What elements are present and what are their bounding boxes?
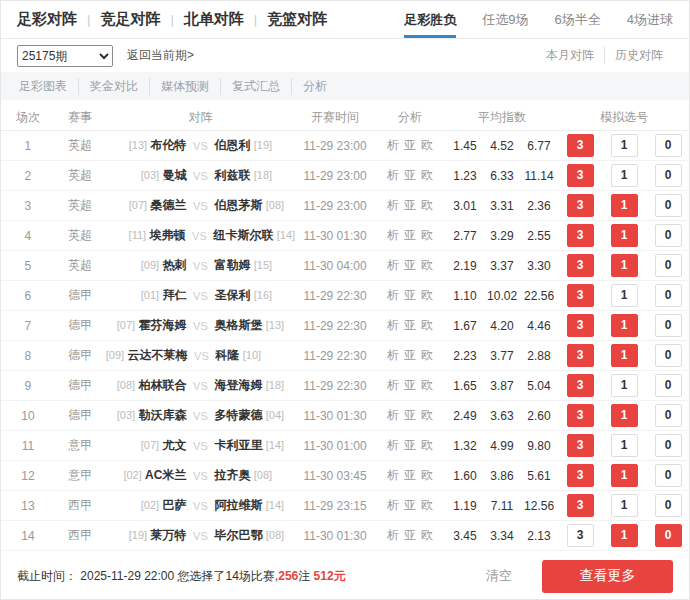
analysis-link[interactable]: 析 [387,407,399,424]
pick-button-3[interactable]: 3 [567,164,594,187]
euro-odds-link[interactable]: 欧 [421,287,433,304]
league-name[interactable]: 德甲 [55,287,106,304]
league-name[interactable]: 德甲 [55,317,106,334]
asia-odds-link[interactable]: 亚 [404,197,416,214]
subtab-media-forecast[interactable]: 媒体预测 [149,78,220,95]
euro-odds-link[interactable]: 欧 [421,527,433,544]
euro-odds-link[interactable]: 欧 [421,467,433,484]
subtab-multi-summary[interactable]: 复式汇总 [220,78,291,95]
asia-odds-link[interactable]: 亚 [404,257,416,274]
pick-button-1[interactable]: 1 [611,134,638,157]
pick-button-1[interactable]: 1 [611,374,638,397]
analysis-link[interactable]: 析 [387,437,399,454]
analysis-link[interactable]: 析 [387,287,399,304]
asia-odds-link[interactable]: 亚 [404,317,416,334]
pick-button-0[interactable]: 0 [655,494,682,517]
analysis-link[interactable]: 析 [387,227,399,244]
pick-button-1[interactable]: 1 [611,254,638,277]
nav-item-jinglan[interactable]: 竞篮对阵 [267,10,327,29]
pick-button-0[interactable]: 0 [655,284,682,307]
pick-button-1[interactable]: 1 [611,284,638,307]
pick-button-0[interactable]: 0 [655,314,682,337]
league-name[interactable]: 西甲 [55,497,106,514]
analysis-link[interactable]: 析 [387,467,399,484]
pick-button-1[interactable]: 1 [611,194,638,217]
euro-odds-link[interactable]: 欧 [421,197,433,214]
nav-item-jingzu[interactable]: 竞足对阵 [100,10,160,29]
pick-button-3[interactable]: 3 [567,434,594,457]
subtab-bonus-compare[interactable]: 奖金对比 [78,78,149,95]
analysis-link[interactable]: 析 [387,167,399,184]
asia-odds-link[interactable]: 亚 [404,227,416,244]
pick-button-3[interactable]: 3 [567,194,594,217]
analysis-link[interactable]: 析 [387,377,399,394]
euro-odds-link[interactable]: 欧 [421,497,433,514]
analysis-link[interactable]: 析 [387,137,399,154]
league-name[interactable]: 意甲 [55,467,106,484]
analysis-link[interactable]: 析 [387,347,399,364]
pick-button-0[interactable]: 0 [655,164,682,187]
month-matches-link[interactable]: 本月对阵 [536,47,604,64]
pick-button-3[interactable]: 3 [567,224,594,247]
pick-button-3[interactable]: 3 [567,524,594,547]
pick-button-1[interactable]: 1 [611,344,638,367]
euro-odds-link[interactable]: 欧 [421,227,433,244]
euro-odds-link[interactable]: 欧 [421,347,433,364]
pick-button-3[interactable]: 3 [567,404,594,427]
pick-button-1[interactable]: 1 [611,314,638,337]
euro-odds-link[interactable]: 欧 [421,317,433,334]
league-name[interactable]: 意甲 [55,437,106,454]
pick-button-3[interactable]: 3 [567,254,594,277]
back-to-current-link[interactable]: 返回当前期> [127,47,194,64]
pick-button-0[interactable]: 0 [655,224,682,247]
analysis-link[interactable]: 析 [387,317,399,334]
pick-button-3[interactable]: 3 [567,134,594,157]
analysis-link[interactable]: 析 [387,197,399,214]
euro-odds-link[interactable]: 欧 [421,257,433,274]
view-more-button[interactable]: 查看更多 [542,560,673,593]
pick-button-3[interactable]: 3 [567,464,594,487]
euro-odds-link[interactable]: 欧 [421,437,433,454]
pick-button-0[interactable]: 0 [655,524,682,547]
league-name[interactable]: 英超 [55,137,106,154]
pick-button-1[interactable]: 1 [611,524,638,547]
pick-button-0[interactable]: 0 [655,464,682,487]
asia-odds-link[interactable]: 亚 [404,467,416,484]
league-name[interactable]: 英超 [55,257,106,274]
analysis-link[interactable]: 析 [387,527,399,544]
pick-button-3[interactable]: 3 [567,314,594,337]
tab-banquan6[interactable]: 6场半全 [555,1,601,38]
clear-button[interactable]: 清空 [486,567,512,585]
euro-odds-link[interactable]: 欧 [421,167,433,184]
league-name[interactable]: 德甲 [55,377,106,394]
asia-odds-link[interactable]: 亚 [404,497,416,514]
tab-jinqiu4[interactable]: 4场进球 [627,1,673,38]
league-name[interactable]: 英超 [55,197,106,214]
asia-odds-link[interactable]: 亚 [404,167,416,184]
analysis-link[interactable]: 析 [387,497,399,514]
pick-button-0[interactable]: 0 [655,194,682,217]
pick-button-1[interactable]: 1 [611,164,638,187]
analysis-link[interactable]: 析 [387,257,399,274]
asia-odds-link[interactable]: 亚 [404,137,416,154]
tab-shengfu[interactable]: 足彩胜负 [404,1,456,38]
pick-button-3[interactable]: 3 [567,284,594,307]
pick-button-0[interactable]: 0 [655,134,682,157]
league-name[interactable]: 德甲 [55,407,106,424]
asia-odds-link[interactable]: 亚 [404,437,416,454]
asia-odds-link[interactable]: 亚 [404,407,416,424]
pick-button-3[interactable]: 3 [567,374,594,397]
pick-button-1[interactable]: 1 [611,494,638,517]
subtab-analysis[interactable]: 分析 [291,78,338,95]
league-name[interactable]: 西甲 [55,527,106,544]
pick-button-1[interactable]: 1 [611,224,638,247]
asia-odds-link[interactable]: 亚 [404,287,416,304]
pick-button-0[interactable]: 0 [655,404,682,427]
subtab-chart[interactable]: 足彩图表 [19,78,78,95]
pick-button-1[interactable]: 1 [611,434,638,457]
euro-odds-link[interactable]: 欧 [421,377,433,394]
league-name[interactable]: 英超 [55,167,106,184]
euro-odds-link[interactable]: 欧 [421,407,433,424]
pick-button-0[interactable]: 0 [655,374,682,397]
league-name[interactable]: 德甲 [55,347,106,364]
